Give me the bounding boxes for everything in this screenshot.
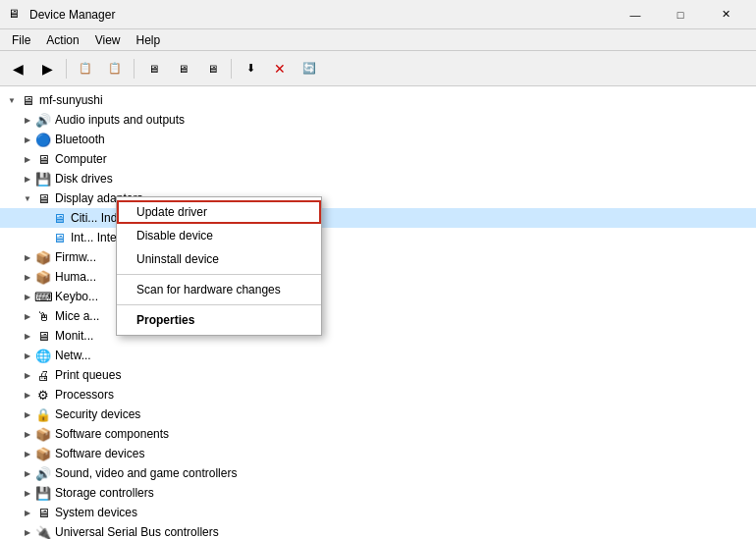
context-menu-disable[interactable]: Disable device: [117, 224, 321, 247]
context-menu-update-driver[interactable]: Update driver: [117, 200, 321, 224]
sound-label: Sound, video and game controllers: [55, 466, 237, 480]
print-icon: 🖨: [35, 367, 51, 383]
toolbar-remove[interactable]: ✕: [266, 55, 294, 82]
processors-expander: ▶: [20, 387, 35, 403]
tree-item-sw-components[interactable]: ▶ 📦 Software components: [0, 424, 756, 444]
storage-label: Storage controllers: [55, 486, 154, 500]
citrix-icon: 🖥: [51, 210, 67, 226]
context-menu: Update driver Disable device Uninstall d…: [116, 196, 322, 336]
tree-item-storage[interactable]: ▶ 💾 Storage controllers: [0, 483, 756, 503]
sw-components-expander: ▶: [20, 426, 35, 442]
intel-icon: 🖥: [51, 230, 67, 245]
sw-devices-label: Software devices: [55, 447, 144, 460]
menu-view[interactable]: View: [87, 29, 129, 50]
bluetooth-label: Bluetooth: [55, 133, 105, 146]
network-icon: 🌐: [35, 348, 51, 363]
usb-expander: ▶: [20, 524, 35, 539]
computer-icon: 🖥: [35, 151, 51, 167]
tree-item-bluetooth[interactable]: ▶ 🔵 Bluetooth: [0, 130, 756, 149]
tree-item-computer[interactable]: ▶ 🖥 Computer: [0, 149, 756, 169]
context-menu-uninstall[interactable]: Uninstall device: [117, 247, 321, 271]
menu-bar: File Action View Help: [0, 29, 756, 51]
keyboard-icon: ⌨: [35, 289, 51, 304]
device-tree: ▼ 🖥 mf-sunyushi ▶ 🔊 Audio inputs and out…: [0, 86, 756, 539]
hid-label: Huma...: [55, 270, 96, 284]
minimize-button[interactable]: —: [613, 0, 658, 29]
context-menu-properties[interactable]: Properties: [117, 308, 321, 332]
tree-item-security[interactable]: ▶ 🔒 Security devices: [0, 404, 756, 424]
properties-label: Properties: [136, 313, 194, 327]
tree-item-network[interactable]: ▶ 🌐 Netw...: [0, 346, 756, 365]
root-icon: 🖥: [20, 92, 35, 108]
tree-item-hid[interactable]: ▶ 📦 Huma...: [0, 267, 756, 287]
scan-label: Scan for hardware changes: [136, 283, 281, 296]
tree-item-display[interactable]: ▼ 🖥 Display adapters: [0, 189, 756, 208]
tree-item-processors[interactable]: ▶ ⚙ Processors: [0, 385, 756, 404]
monitors-expander: ▶: [20, 328, 35, 344]
tree-item-print[interactable]: ▶ 🖨 Print queues: [0, 365, 756, 385]
audio-label: Audio inputs and outputs: [55, 113, 185, 127]
toolbar-forward[interactable]: ▶: [33, 55, 61, 82]
toolbar-properties[interactable]: 📋: [72, 55, 99, 82]
print-expander: ▶: [20, 367, 35, 383]
toolbar-view3[interactable]: 🖥: [198, 55, 226, 82]
tree-item-firmware[interactable]: ▶ 📦 Firmw...: [0, 247, 756, 267]
toolbar-view1[interactable]: 🖥: [139, 55, 167, 82]
security-icon: 🔒: [35, 406, 51, 422]
system-expander: ▶: [20, 505, 35, 520]
firmware-label: Firmw...: [55, 250, 96, 264]
sound-expander: ▶: [20, 465, 35, 481]
tree-item-keyboard[interactable]: ▶ ⌨ Keybo...: [0, 287, 756, 306]
mice-expander: ▶: [20, 308, 35, 324]
toolbar-sep-3: [231, 59, 232, 79]
root-label: mf-sunyushi: [39, 93, 103, 107]
keyboard-label: Keybo...: [55, 290, 98, 303]
tree-item-sound[interactable]: ▶ 🔊 Sound, video and game controllers: [0, 463, 756, 483]
security-label: Security devices: [55, 407, 140, 421]
sound-icon: 🔊: [35, 465, 51, 481]
processors-label: Processors: [55, 388, 114, 402]
monitors-icon: 🖥: [35, 328, 51, 344]
menu-help[interactable]: Help: [129, 29, 169, 50]
tree-item-mice[interactable]: ▶ 🖱 Mice a...: [0, 306, 756, 326]
toolbar-view2[interactable]: 🖥: [169, 55, 196, 82]
app-icon: 🖥: [8, 7, 24, 23]
firmware-expander: ▶: [20, 249, 35, 265]
toolbar-scan[interactable]: 📋: [101, 55, 129, 82]
close-button[interactable]: ✕: [703, 0, 748, 29]
firmware-icon: 📦: [35, 249, 51, 265]
mice-icon: 🖱: [35, 308, 51, 324]
context-sep-1: [117, 274, 321, 275]
storage-expander: ▶: [20, 485, 35, 501]
root-expander: ▼: [4, 92, 20, 108]
sw-components-icon: 📦: [35, 426, 51, 442]
tree-root[interactable]: ▼ 🖥 mf-sunyushi: [0, 90, 756, 110]
processors-icon: ⚙: [35, 387, 51, 403]
disk-icon: 💾: [35, 171, 51, 187]
menu-file[interactable]: File: [4, 29, 38, 50]
tree-item-usb[interactable]: ▶ 🔌 Universal Serial Bus controllers: [0, 522, 756, 539]
tree-item-audio[interactable]: ▶ 🔊 Audio inputs and outputs: [0, 110, 756, 130]
toolbar-back[interactable]: ◀: [4, 55, 31, 82]
uninstall-label: Uninstall device: [136, 252, 219, 266]
maximize-button[interactable]: □: [658, 0, 703, 29]
menu-action[interactable]: Action: [38, 29, 86, 50]
toolbar-sep-2: [134, 59, 135, 79]
tree-item-disk[interactable]: ▶ 💾 Disk drives: [0, 169, 756, 189]
mice-label: Mice a...: [55, 309, 99, 323]
audio-expander: ▶: [20, 112, 35, 128]
tree-item-intel[interactable]: ▶ 🖥 Int... Intel(R) UHD Graphics: [0, 228, 756, 247]
tree-item-citrix[interactable]: ▶ 🖥 Citi... Indirect Display Ada...: [0, 208, 756, 228]
context-menu-scan[interactable]: Scan for hardware changes: [117, 278, 321, 301]
print-label: Print queues: [55, 368, 121, 382]
sw-components-label: Software components: [55, 427, 169, 441]
system-icon: 🖥: [35, 505, 51, 520]
context-sep-2: [117, 304, 321, 305]
toolbar-download[interactable]: ⬇: [237, 55, 264, 82]
title-bar: 🖥 Device Manager — □ ✕: [0, 0, 756, 29]
tree-item-monitors[interactable]: ▶ 🖥 Monit...: [0, 326, 756, 346]
tree-item-sw-devices[interactable]: ▶ 📦 Software devices: [0, 444, 756, 463]
storage-icon: 💾: [35, 485, 51, 501]
tree-item-system[interactable]: ▶ 🖥 System devices: [0, 503, 756, 522]
toolbar-refresh[interactable]: 🔄: [296, 55, 323, 82]
